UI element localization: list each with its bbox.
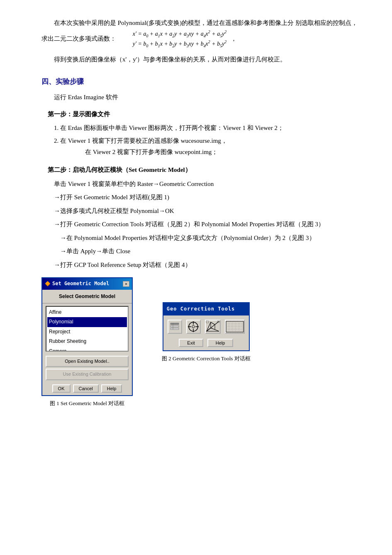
sgm-item-reproject[interactable]: Reproject <box>47 327 127 337</box>
svg-point-5 <box>192 325 195 328</box>
formula-line2: y' = b0 + b1x + b2y + b3xy + b4x2 + b5y2 <box>120 39 226 49</box>
step1-list: 在 Erdas 图标面板中单击 Viewer 图标两次，打开两个视窗：Viewe… <box>60 122 359 158</box>
svg-rect-0 <box>170 323 179 325</box>
formula-line1: x' = a0 + a1x + a2y + a3xy + a4x2 + a5y2 <box>120 29 226 39</box>
step2-line1: 单击 Viewer 1 视窗菜单栏中的 Raster→Geometric Cor… <box>54 178 359 190</box>
svg-rect-1 <box>170 325 179 327</box>
dialog-sgm-titlebar: 🔶 Set Geometric Model ✕ <box>42 278 132 290</box>
step2-line7: →打开 GCP Tool Reference Setup 对话框（见图 4） <box>54 259 359 271</box>
svg-rect-2 <box>170 328 179 330</box>
sgm-item-camera[interactable]: Camera <box>47 347 127 352</box>
dialog-sgm-btn-row: Open Existing Model.. Use Existing Calib… <box>42 354 132 382</box>
use-existing-calibration-btn[interactable]: Use Existing Calibration <box>46 369 129 380</box>
crosshair-icon <box>187 320 200 333</box>
step2-line5: →在 Polynomial Model Properties 对话框中定义多项式… <box>60 232 359 244</box>
step2-line2: →打开 Set Geometric Model 对话框(见图 1) <box>54 191 359 203</box>
sgm-item-affine[interactable]: Affine <box>47 308 127 318</box>
step1-heading: 第一步：显示图像文件 <box>48 109 359 120</box>
sgm-ok-btn[interactable]: OK <box>52 384 71 393</box>
fig1-caption: 图 1 Set Geometric Model 对话框 <box>50 399 124 408</box>
dialog-sgm-title: Set Geometric Model <box>52 279 109 289</box>
dialog-gct-titlebar: Geo Correction Tools <box>163 303 249 315</box>
mesh-icon <box>206 320 220 333</box>
dialog-gct-title: Geo Correction Tools <box>167 306 235 312</box>
step2-heading: 第二步：启动几何校正模块（Set Geometric Model） <box>48 164 359 176</box>
svg-rect-16 <box>226 321 243 332</box>
list-icon <box>170 323 179 331</box>
gct-tool3[interactable] <box>205 320 221 334</box>
step1-item1: 在 Erdas 图标面板中单击 Viewer 图标两次，打开两个视窗：Viewe… <box>60 122 359 134</box>
step2-line4: →打开 Geometric Correction Tools 对话框（见图 2）… <box>54 218 359 230</box>
run-line: 运行 Erdas Imagine 软件 <box>54 92 359 103</box>
section4-heading: 四、实验步骤 <box>41 76 359 88</box>
gct-exit-btn[interactable]: Exit <box>179 339 203 347</box>
gct-tool2[interactable] <box>186 320 201 334</box>
step2-line3: →选择多项式几何校正模型 Polynomial→OK <box>54 205 359 217</box>
dotgrid-icon <box>226 321 244 333</box>
dialog-sgm-list[interactable]: Affine Polynomial Reproject Rubber Sheet… <box>46 306 129 352</box>
gct-bottom-btns: Exit Help <box>163 336 249 350</box>
open-existing-model-btn[interactable]: Open Existing Model.. <box>46 356 129 367</box>
dialog-gct: Geo Correction Tools <box>163 302 250 351</box>
figure2-block: Geo Correction Tools <box>162 302 251 363</box>
dialog-sgm-subtitle: Select Geometric Model <box>42 290 132 303</box>
fig2-caption: 图 2 Geometric Correction Tools 对话框 <box>162 354 251 363</box>
svg-rect-14 <box>206 321 209 323</box>
gct-help-btn[interactable]: Help <box>207 339 234 347</box>
sgm-item-polynomial[interactable]: Polynomial <box>47 317 127 327</box>
intro-para2: 得到变换后的图像坐标（x'，y'）与参考图像坐标的关系，从而对图像进行几何校正。 <box>41 53 359 66</box>
formula-block: x' = a0 + a1x + a2y + a3xy + a4x2 + a5y2… <box>120 29 226 49</box>
gct-tools-row <box>163 315 249 336</box>
sgm-item-rubber[interactable]: Rubber Sheeting <box>47 337 127 347</box>
dialog-icon: 🔶 <box>45 280 51 288</box>
sgm-help-btn[interactable]: Help <box>101 384 122 393</box>
intro-para1: 在本次实验中采用的是 Polynomial(多项式变换)的模型，通过在遥感影像和… <box>41 17 359 49</box>
dialog-sgm-bottom-btns: OK Cancel Help <box>42 382 132 395</box>
step2-line6: →单击 Apply→单击 Close <box>60 245 359 257</box>
gct-tool4[interactable] <box>225 320 245 334</box>
step1-item2: 在 Viewer 1 视窗下打开需要校正的遥感影像 wucesourse.img… <box>60 135 359 158</box>
gct-tool1[interactable] <box>168 320 182 334</box>
sgm-cancel-btn[interactable]: Cancel <box>73 384 99 393</box>
dialog-sgm: 🔶 Set Geometric Model ✕ Select Geometric… <box>41 277 133 396</box>
svg-marker-11 <box>207 328 219 331</box>
dialog-sgm-close-btn[interactable]: ✕ <box>123 281 129 287</box>
figures-row: 🔶 Set Geometric Model ✕ Select Geometric… <box>41 277 359 408</box>
figure1-block: 🔶 Set Geometric Model ✕ Select Geometric… <box>41 277 133 408</box>
